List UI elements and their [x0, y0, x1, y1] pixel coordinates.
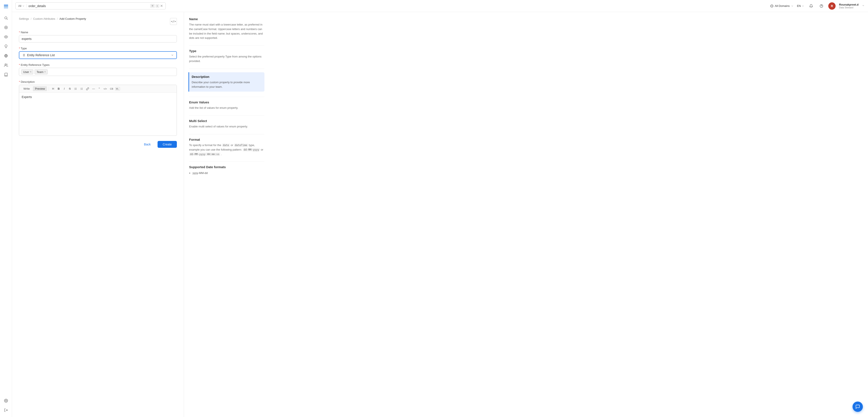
book-icon [4, 73, 8, 76]
toolbar-code-btn[interactable]: </> [102, 87, 108, 91]
sidebar-item-settings[interactable] [2, 396, 10, 405]
toolbar-codeblock-btn[interactable]: CB [109, 87, 114, 91]
editor-tab-write[interactable]: Write [21, 86, 32, 91]
help-enum-text: Add the list of values for enum property… [189, 106, 265, 110]
editor-tab-preview[interactable]: Preview [33, 86, 47, 91]
chat-fab-button[interactable] [852, 402, 863, 412]
help-date-formats-title: Supported Date formats [189, 165, 265, 169]
toolbar-unordered-list-btn[interactable] [73, 87, 78, 91]
description-editor[interactable]: Experts [19, 93, 177, 135]
sidebar-item-insights[interactable] [2, 42, 10, 51]
date-format-item-1: yyyy-MM-dd [192, 170, 265, 175]
sidebar-logo[interactable] [2, 3, 10, 10]
eye-icon [4, 35, 8, 39]
search-input[interactable] [28, 4, 148, 8]
sidebar-item-governance[interactable] [2, 61, 10, 69]
svg-text:3.: 3. [81, 89, 81, 90]
sidebar-item-discover[interactable] [2, 23, 10, 32]
tag-user: User × [21, 69, 33, 74]
help-section-date-formats: Supported Date formats yyyy-MM-dd [189, 165, 265, 175]
svg-point-8 [5, 36, 6, 37]
type-select[interactable]: Entity Reference List [19, 51, 177, 59]
code-pattern1: dd-MM-yyyy [243, 148, 260, 152]
close-icon[interactable]: ✕ [160, 4, 163, 8]
shortcut-k: K [156, 4, 159, 8]
user-avatar[interactable]: R [828, 2, 836, 10]
help-button[interactable] [818, 3, 825, 9]
help-section-type: Type Select the preferred property Type … [189, 49, 265, 64]
sidebar-item-logout[interactable] [2, 406, 10, 414]
create-button[interactable]: Create [158, 141, 177, 148]
sidebar [0, 0, 12, 417]
toolbar-heading-btn[interactable]: H [51, 87, 55, 91]
svg-point-27 [74, 89, 75, 90]
tag-team-close[interactable]: × [44, 71, 46, 73]
content-area: Settings / Custom Attributes / Add Custo… [12, 12, 868, 417]
user-menu-chevron[interactable] [862, 4, 865, 7]
breadcrumb-sep-1: / [31, 17, 32, 20]
help-description-text: Describe your custom property to provide… [192, 80, 262, 89]
language-label: EN [797, 4, 801, 7]
breadcrumb-add-property: Add Custom Property [59, 17, 86, 20]
entity-ref-tags-container[interactable]: User × Team × [19, 68, 177, 76]
code-toggle-icon: </> [171, 20, 176, 23]
search-shortcuts: ⌘ K ✕ [150, 4, 163, 8]
toolbar-divider-btn[interactable]: — [91, 87, 96, 91]
toolbar-blockquote-btn[interactable]: " [97, 86, 101, 91]
svg-point-10 [5, 64, 6, 65]
svg-point-26 [74, 89, 75, 89]
help-type-text: Select the preferred property Type from … [189, 55, 265, 64]
svg-point-25 [74, 88, 75, 88]
user-info[interactable]: Rounakpreet.d Data Steward [839, 3, 859, 9]
help-description-title: Description [192, 75, 262, 78]
breadcrumb-custom-attributes[interactable]: Custom Attributes [33, 17, 55, 20]
user-role: Data Steward [839, 6, 859, 9]
code-datetime: dateTime [234, 143, 248, 147]
toolbar-bold-btn[interactable]: B [56, 87, 61, 91]
name-label: Name [19, 31, 177, 34]
sidebar-item-search[interactable] [2, 14, 10, 22]
toolbar-link-btn[interactable] [85, 87, 90, 91]
help-name-text: The name must start with a lowercase let… [189, 23, 265, 40]
breadcrumb: Settings / Custom Attributes / Add Custo… [19, 17, 86, 20]
description-content: Experts [22, 95, 32, 99]
toolbar-ordered-list-btn[interactable]: 1.2.3. [79, 87, 84, 91]
svg-point-11 [5, 400, 6, 402]
toolbar-italic-btn[interactable]: I [62, 87, 66, 91]
breadcrumb-settings[interactable]: Settings [19, 17, 29, 20]
description-label: Description [19, 80, 177, 84]
form-actions: Back Create [19, 141, 177, 148]
domain-selector[interactable]: All Domains [770, 4, 794, 8]
help-format-title: Format [189, 138, 265, 141]
form-panel: Settings / Custom Attributes / Add Custo… [12, 12, 184, 417]
toolbar-strikethrough-btn[interactable]: S [67, 87, 72, 91]
tag-user-close[interactable]: × [30, 71, 31, 73]
search-icon [4, 16, 8, 20]
back-button[interactable]: Back [140, 141, 155, 148]
code-pattern2: dd-MM-yyyy HH:mm:ss [189, 153, 220, 156]
help-divider-5 [189, 134, 265, 134]
logout-icon [4, 408, 8, 412]
sidebar-item-catalog[interactable] [2, 52, 10, 60]
svg-point-4 [5, 17, 7, 19]
chat-icon [855, 404, 860, 409]
user-name: Rounakpreet.d [839, 3, 859, 6]
lightbulb-icon [4, 44, 8, 48]
sidebar-item-docs[interactable] [2, 70, 10, 79]
help-format-text: To specify a format for the date or date… [189, 143, 265, 156]
svg-line-5 [7, 19, 7, 20]
type-chevron-icon [171, 54, 174, 57]
date-formats-list: yyyy-MM-dd [192, 170, 265, 175]
search-type-selector[interactable]: All [18, 4, 27, 7]
help-enum-title: Enum Values [189, 100, 265, 104]
code-toggle-button[interactable]: </> [170, 18, 177, 25]
breadcrumb-sep-2: / [57, 17, 58, 20]
svg-rect-0 [4, 5, 8, 5]
name-input[interactable] [19, 35, 177, 42]
type-form-group: Type Entity Reference List [19, 47, 177, 59]
sidebar-item-observe[interactable] [2, 33, 10, 41]
help-section-enum: Enum Values Add the list of values for e… [189, 100, 265, 110]
language-selector[interactable]: EN [797, 4, 804, 7]
toolbar-markdown-btn[interactable]: M↓ [115, 87, 120, 91]
notifications-button[interactable] [808, 3, 814, 9]
